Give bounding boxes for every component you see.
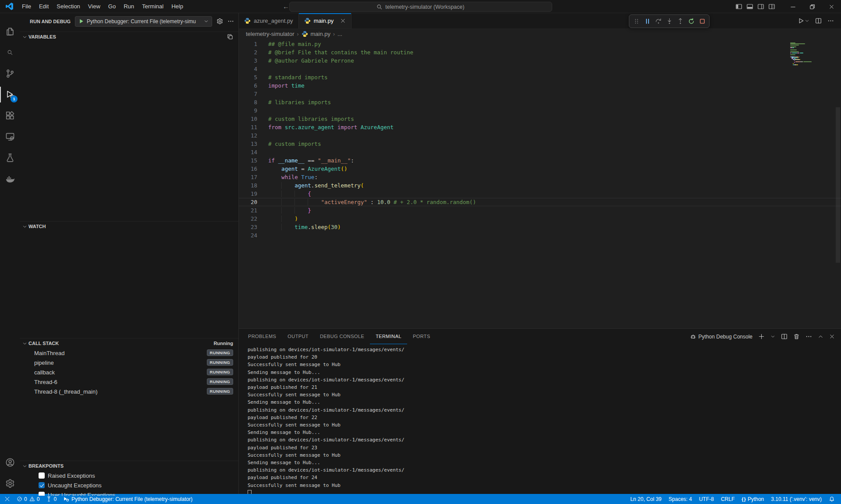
line-number[interactable]: 18 <box>239 181 263 190</box>
debug-session-indicator[interactable]: Python Debugger: Current File (telemetry… <box>63 494 192 504</box>
status-crlf[interactable]: CRLF <box>721 494 735 504</box>
code-line-4[interactable]: 4 <box>239 65 841 73</box>
line-number[interactable]: 16 <box>239 165 263 173</box>
code-line-15[interactable]: 15if __name__ == "__main__": <box>239 156 841 165</box>
code-line-5[interactable]: 5# standard imports <box>239 73 841 81</box>
panel-tab-problems[interactable]: PROBLEMS <box>242 329 282 344</box>
activity-remote-explorer[interactable] <box>0 126 20 147</box>
menu-view[interactable]: View <box>84 0 104 13</box>
breakpoint-checkbox[interactable] <box>39 492 45 496</box>
minimap[interactable] <box>790 42 830 66</box>
panel-tab-terminal[interactable]: TERMINAL <box>370 329 407 344</box>
code-line-21[interactable]: 21 } <box>239 206 841 215</box>
restore-button[interactable] <box>802 0 822 13</box>
call-stack-thread[interactable]: Thread-6RUNNING <box>20 377 238 387</box>
debug-pause-button[interactable] <box>642 16 653 27</box>
breadcrumb-item[interactable]: ... <box>337 31 342 37</box>
minimize-button[interactable] <box>783 0 802 13</box>
terminal-dropdown-icon[interactable] <box>770 334 775 339</box>
editor-more-actions-button[interactable] <box>827 18 834 24</box>
editor-scrollbar[interactable] <box>836 107 840 263</box>
customize-layout-icon[interactable] <box>768 3 775 10</box>
line-number[interactable]: 4 <box>239 65 263 73</box>
debug-config-dropdown[interactable]: Python Debugger: Current File (telemetry… <box>75 16 212 27</box>
notifications-bell[interactable] <box>829 494 835 504</box>
breakpoint-item[interactable]: Raised Exceptions <box>20 471 238 480</box>
debug-settings-gear-icon[interactable] <box>216 18 223 25</box>
menu-go[interactable]: Go <box>104 0 120 13</box>
activity-source-control[interactable] <box>0 63 20 84</box>
code-line-16[interactable]: 16 agent = AzureAgent() <box>239 165 841 173</box>
line-number[interactable]: 21 <box>239 206 263 215</box>
call-stack-thread[interactable]: Thread-8 (_thread_main)RUNNING <box>20 387 238 396</box>
call-stack-section-header[interactable]: CALL STACK Running <box>20 338 238 348</box>
open-debug-panes-icon[interactable] <box>227 34 233 40</box>
code-line-10[interactable]: 10# custom libraries imports <box>239 115 841 123</box>
activity-testing[interactable] <box>0 147 20 168</box>
line-number[interactable]: 13 <box>239 140 263 148</box>
debug-step-into-button[interactable] <box>664 16 674 27</box>
breakpoint-checkbox[interactable] <box>39 482 45 488</box>
problems-indicator[interactable]: 0 0 <box>17 494 39 504</box>
activity-run-and-debug[interactable]: 1 <box>0 84 20 105</box>
line-number[interactable]: 5 <box>239 73 263 81</box>
line-number[interactable]: 14 <box>239 148 263 156</box>
activity-extensions[interactable] <box>0 105 20 126</box>
code-line-22[interactable]: 22 ) <box>239 215 841 223</box>
debug-step-out-button[interactable] <box>675 16 685 27</box>
line-number[interactable]: 1 <box>239 40 263 48</box>
run-python-file-button[interactable] <box>798 18 809 24</box>
status-3-10-11-venv-venv[interactable]: 3.10.11 ('.venv': venv) <box>771 494 822 504</box>
new-terminal-button[interactable] <box>758 333 765 340</box>
line-number[interactable]: 3 <box>239 56 263 65</box>
activity-search[interactable] <box>0 42 20 63</box>
menu-help[interactable]: Help <box>167 0 187 13</box>
close-button[interactable] <box>822 0 841 13</box>
close-panel-button[interactable] <box>829 334 835 339</box>
code-line-1[interactable]: 1## @file main.py <box>239 40 841 48</box>
line-number[interactable]: 2 <box>239 48 263 56</box>
panel-tab-output[interactable]: OUTPUT <box>282 329 314 344</box>
activity-explorer[interactable] <box>0 21 20 42</box>
code-line-2[interactable]: 2# @brief File that contains the main ro… <box>239 48 841 56</box>
line-number[interactable]: 7 <box>239 90 263 98</box>
activity-accounts[interactable] <box>0 452 20 473</box>
code-line-24[interactable]: 24 <box>239 231 841 240</box>
line-number[interactable]: 22 <box>239 215 263 223</box>
code-line-20[interactable]: 20 "activeEnergy" : 10.0 # + 2.0 * rando… <box>239 198 841 206</box>
debug-step-over-button[interactable] <box>653 16 664 27</box>
line-number[interactable]: 19 <box>239 190 263 198</box>
code-line-14[interactable]: 14 <box>239 148 841 156</box>
line-number[interactable]: 9 <box>239 106 263 115</box>
code-line-17[interactable]: 17 while True: <box>239 173 841 181</box>
maximize-panel-button[interactable] <box>818 334 823 339</box>
code-line-7[interactable]: 7 <box>239 90 841 98</box>
code-line-12[interactable]: 12 <box>239 131 841 140</box>
toggle-panel-icon[interactable] <box>746 3 753 10</box>
call-stack-thread[interactable]: MainThreadRUNNING <box>20 348 238 358</box>
tab-main.py[interactable]: main.py <box>299 13 352 28</box>
code-line-11[interactable]: 11from src.azure_agent import AzureAgent <box>239 123 841 131</box>
code-line-9[interactable]: 9 <box>239 106 841 115</box>
debug-stop-button[interactable] <box>697 16 707 27</box>
code-line-18[interactable]: 18 agent.send_telemetry( <box>239 181 841 190</box>
status-ln-20-col-39[interactable]: Ln 20, Col 39 <box>630 494 661 504</box>
breakpoint-item[interactable]: Uncaught Exceptions <box>20 480 238 490</box>
breakpoints-section-header[interactable]: BREAKPOINTS <box>20 461 238 471</box>
line-number[interactable]: 8 <box>239 98 263 106</box>
code-line-8[interactable]: 8# libraries imports <box>239 98 841 106</box>
status-python[interactable]: { }Python <box>742 494 764 504</box>
menu-terminal[interactable]: Terminal <box>138 0 167 13</box>
panel-more-actions-button[interactable] <box>806 333 812 340</box>
activity-settings[interactable] <box>0 473 20 494</box>
breakpoint-checkbox[interactable] <box>39 472 45 479</box>
code-line-6[interactable]: 6import time <box>239 81 841 90</box>
debug-restart-button[interactable] <box>686 16 696 27</box>
code-line-19[interactable]: 19 { <box>239 190 841 198</box>
menu-edit[interactable]: Edit <box>35 0 53 13</box>
line-number[interactable]: 15 <box>239 156 263 165</box>
status-utf-8[interactable]: UTF-8 <box>699 494 714 504</box>
menu-file[interactable]: File <box>18 0 35 13</box>
line-number[interactable]: 11 <box>239 123 263 131</box>
code-line-13[interactable]: 13# custom imports <box>239 140 841 148</box>
